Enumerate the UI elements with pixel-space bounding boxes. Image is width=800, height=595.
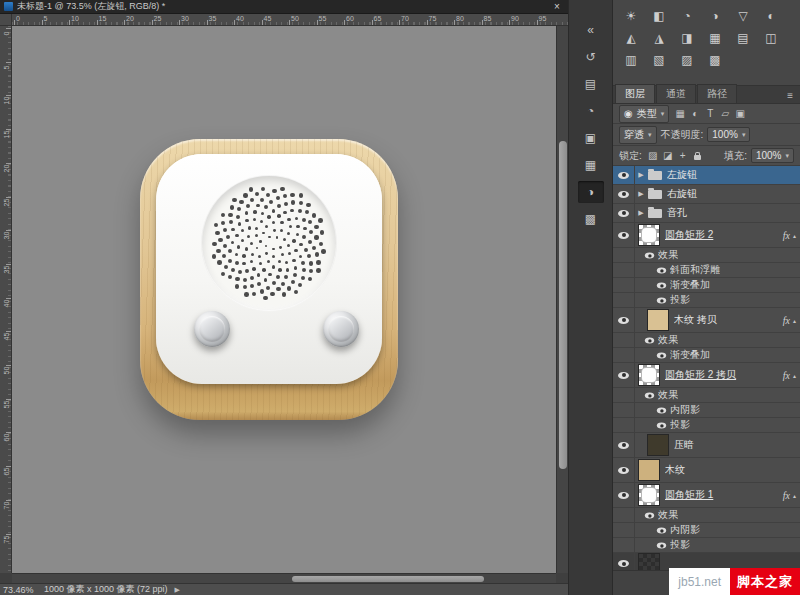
effect-row[interactable]: 渐变叠加 bbox=[613, 278, 800, 293]
filter-shape-layers-icon[interactable]: ▱ bbox=[720, 108, 730, 119]
visibility-cell[interactable] bbox=[613, 204, 635, 222]
expand-caret-icon[interactable]: ▶ bbox=[635, 171, 647, 179]
visibility-cell[interactable] bbox=[613, 458, 635, 482]
filter-adjustment-layers-icon[interactable]: ◐ bbox=[690, 108, 700, 119]
effect-row[interactable]: 斜面和浮雕 bbox=[613, 263, 800, 278]
visibility-cell[interactable] bbox=[613, 223, 635, 247]
layer-row[interactable]: 木纹 拷贝fx▴ bbox=[613, 308, 800, 333]
opacity-field[interactable]: 100% ▾ bbox=[707, 127, 750, 142]
filter-pixel-layers-icon[interactable]: ▦ bbox=[675, 108, 685, 119]
expand-caret-icon[interactable]: ▶ bbox=[635, 190, 647, 198]
horizontal-scrollbar[interactable] bbox=[12, 573, 556, 583]
lock-image-pixels-icon[interactable]: ◪ bbox=[663, 150, 673, 161]
effect-row[interactable]: 效果 bbox=[613, 333, 800, 348]
document-titlebar[interactable]: 未标题-1 @ 73.5% (左旋钮, RGB/8) * × bbox=[0, 0, 568, 14]
channel-mixer-icon[interactable]: ▦ bbox=[707, 30, 723, 45]
visibility-cell[interactable] bbox=[613, 333, 635, 347]
visibility-cell[interactable] bbox=[613, 348, 635, 362]
status-arrow-icon[interactable]: ▶ bbox=[175, 586, 180, 594]
layer-group-row[interactable]: ▶右旋钮 bbox=[613, 185, 800, 204]
horizontal-scroll-thumb[interactable] bbox=[292, 576, 484, 582]
layer-row[interactable]: 木纹 bbox=[613, 458, 800, 483]
filter-kind-dropdown[interactable]: ◉ 类型 ▾ bbox=[619, 105, 669, 123]
vertical-scroll-thumb[interactable] bbox=[559, 141, 567, 469]
layer-row[interactable]: 圆角矩形 1fx▴ bbox=[613, 483, 800, 508]
effect-row[interactable]: 投影 bbox=[613, 418, 800, 433]
history-icon[interactable]: ↺ bbox=[578, 46, 604, 68]
exposure-icon[interactable]: ◑ bbox=[707, 8, 723, 23]
close-button[interactable]: × bbox=[550, 1, 564, 12]
visibility-cell[interactable] bbox=[613, 248, 635, 262]
effect-row[interactable]: 渐变叠加 bbox=[613, 348, 800, 363]
visibility-cell[interactable] bbox=[613, 538, 635, 552]
effect-row[interactable]: 效果 bbox=[613, 508, 800, 523]
visibility-cell[interactable] bbox=[613, 418, 635, 432]
threshold-icon[interactable]: ▧ bbox=[651, 52, 667, 67]
layer-row[interactable]: 压暗 bbox=[613, 433, 800, 458]
posterize-icon[interactable]: ▥ bbox=[623, 52, 639, 67]
visibility-cell[interactable] bbox=[613, 263, 635, 277]
effect-row[interactable]: 效果 bbox=[613, 388, 800, 403]
curves-icon[interactable]: ◔ bbox=[679, 8, 695, 23]
layer-row[interactable]: 圆角矩形 2 拷贝fx▴ bbox=[613, 363, 800, 388]
visibility-cell[interactable] bbox=[613, 433, 635, 457]
layer-row[interactable]: 圆角矩形 2fx▴ bbox=[613, 223, 800, 248]
effect-row[interactable]: 效果 bbox=[613, 248, 800, 263]
visibility-cell[interactable] bbox=[613, 308, 635, 332]
effect-row[interactable]: 投影 bbox=[613, 538, 800, 553]
collapse-panels-icon[interactable]: « bbox=[578, 19, 604, 41]
visibility-cell[interactable] bbox=[613, 363, 635, 387]
info-icon[interactable]: ◔ bbox=[578, 100, 604, 122]
visibility-cell[interactable] bbox=[613, 553, 635, 570]
tab-路径[interactable]: 路径 bbox=[697, 84, 737, 103]
black-white-icon[interactable]: ◮ bbox=[651, 30, 667, 45]
panel-menu-icon[interactable]: ≡ bbox=[787, 90, 798, 103]
tab-图层[interactable]: 图层 bbox=[615, 84, 655, 103]
color-balance-icon[interactable]: ◭ bbox=[623, 30, 639, 45]
hue-saturation-icon[interactable]: ◐ bbox=[763, 8, 779, 23]
visibility-cell[interactable] bbox=[613, 388, 635, 402]
fill-field[interactable]: 100% ▾ bbox=[751, 148, 794, 163]
swatches-icon[interactable]: ▦ bbox=[578, 154, 604, 176]
visibility-cell[interactable] bbox=[613, 185, 635, 203]
zoom-level[interactable]: 73.46% bbox=[3, 585, 37, 595]
filter-type-layers-icon[interactable]: T bbox=[705, 108, 715, 119]
fx-badge[interactable]: fx▴ bbox=[783, 315, 796, 326]
levels-icon[interactable]: ◧ bbox=[651, 8, 667, 23]
visibility-cell[interactable] bbox=[613, 278, 635, 292]
expand-caret-icon[interactable]: ▶ bbox=[635, 209, 647, 217]
layer-group-row[interactable]: ▶左旋钮 bbox=[613, 166, 800, 185]
color-lookup-icon[interactable]: ▤ bbox=[735, 30, 751, 45]
styles-icon[interactable]: ▩ bbox=[578, 208, 604, 230]
brightness-contrast-icon[interactable]: ☀ bbox=[623, 8, 639, 23]
effect-row[interactable]: 内阴影 bbox=[613, 523, 800, 538]
fx-badge[interactable]: fx▴ bbox=[783, 230, 796, 241]
selective-color-icon[interactable]: ▨ bbox=[679, 52, 695, 67]
invert-icon[interactable]: ◫ bbox=[763, 30, 779, 45]
visibility-cell[interactable] bbox=[613, 293, 635, 307]
vertical-scrollbar[interactable] bbox=[556, 26, 568, 573]
visibility-cell[interactable] bbox=[613, 403, 635, 417]
visibility-cell[interactable] bbox=[613, 523, 635, 537]
lock-position-icon[interactable]: + bbox=[678, 150, 688, 161]
color-icon[interactable]: ▣ bbox=[578, 127, 604, 149]
tab-通道[interactable]: 通道 bbox=[656, 84, 696, 103]
fx-badge[interactable]: fx▴ bbox=[783, 490, 796, 501]
effect-row[interactable]: 内阴影 bbox=[613, 403, 800, 418]
layer-group-row[interactable]: ▶音孔 bbox=[613, 204, 800, 223]
gradient-map-icon[interactable]: ▩ bbox=[707, 52, 723, 67]
blend-mode-dropdown[interactable]: 穿透 ▾ bbox=[619, 126, 657, 144]
effect-row[interactable]: 投影 bbox=[613, 293, 800, 308]
visibility-cell[interactable] bbox=[613, 166, 635, 184]
visibility-cell[interactable] bbox=[613, 483, 635, 507]
adjustments-collapsed-icon[interactable]: ◑ bbox=[578, 181, 604, 203]
visibility-cell[interactable] bbox=[613, 508, 635, 522]
filter-smart-objects-icon[interactable]: ▣ bbox=[735, 108, 745, 119]
vibrance-icon[interactable]: ▽ bbox=[735, 8, 751, 23]
lock-transparent-pixels-icon[interactable]: ▨ bbox=[648, 150, 658, 161]
canvas[interactable] bbox=[12, 26, 556, 573]
lock-all-icon[interactable] bbox=[693, 152, 703, 160]
photo-filter-icon[interactable]: ◨ bbox=[679, 30, 695, 45]
navigator-icon[interactable]: ▤ bbox=[578, 73, 604, 95]
fx-badge[interactable]: fx▴ bbox=[783, 370, 796, 381]
